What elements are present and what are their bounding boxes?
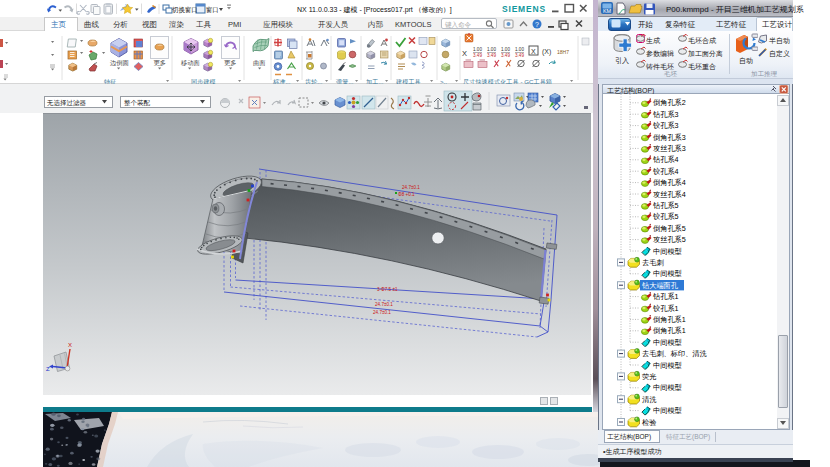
svg-text:铰孔系3: 铰孔系3 [652,121,679,130]
svg-text:1.00: 1.00 [501,47,510,52]
svg-text:1.00: 1.00 [473,47,482,52]
svg-text:移动面: 移动面 [181,59,200,67]
svg-text:中间模型: 中间模型 [653,338,683,347]
svg-text:(X): (X) [542,48,551,56]
svg-text:边倒圆: 边倒圆 [110,59,129,67]
svg-text:倒角孔系5: 倒角孔系5 [653,224,686,233]
svg-text:1.00: 1.00 [487,47,496,52]
svg-text:曲面: 曲面 [253,59,265,67]
svg-text:中间模型: 中间模型 [653,383,683,392]
svg-text:3-Φ7.5 ±1: 3-Φ7.5 ±1 [377,287,398,292]
svg-text:24.7±0.1: 24.7±0.1 [375,302,393,307]
svg-text:攻丝孔系3: 攻丝孔系3 [653,144,686,153]
svg-text:3.49: 3.49 [501,53,510,58]
svg-text:铰孔系5: 铰孔系5 [652,212,679,221]
svg-text:3.49: 3.49 [515,53,524,58]
svg-text:清洗: 清洗 [642,395,657,404]
svg-text:钻大端面孔: 钻大端面孔 [641,281,679,290]
svg-text:钻孔系1: 钻孔系1 [652,292,679,301]
svg-text:中间模型: 中间模型 [653,361,683,370]
svg-text:铰孔系4: 铰孔系4 [652,167,679,176]
svg-text:更多: 更多 [154,59,166,66]
svg-text:检验: 检验 [642,418,656,427]
svg-text:钻孔系3: 钻孔系3 [652,110,679,119]
svg-text:24.7±0.1: 24.7±0.1 [373,310,391,315]
svg-text:倒角孔系2: 倒角孔系2 [653,98,686,107]
svg-text:倒角孔系4: 倒角孔系4 [653,178,686,187]
svg-text:Z: Z [46,366,50,372]
svg-text:?: ? [535,21,539,28]
svg-text:X: X [462,49,467,58]
svg-text:X: X [68,342,72,348]
svg-text:荧光: 荧光 [642,372,656,381]
svg-text:钻孔系5: 钻孔系5 [652,201,679,210]
svg-text:铰孔系1: 铰孔系1 [652,304,679,313]
svg-text:攻丝孔系4: 攻丝孔系4 [653,190,686,199]
svg-text:去毛刺: 去毛刺 [642,258,664,267]
svg-text:更多: 更多 [224,59,236,66]
svg-text:中间模型: 中间模型 [653,247,683,256]
svg-text:倒角孔系3: 倒角孔系3 [653,133,686,142]
svg-text:去毛刺、标印、清洗: 去毛刺、标印、清洗 [642,349,708,358]
svg-text:1.00: 1.00 [515,47,524,52]
svg-text:3.49: 3.49 [473,53,482,58]
svg-text:攻丝孔系5: 攻丝孔系5 [653,235,686,244]
svg-text:Φ8 +0.1: Φ8 +0.1 [398,192,415,197]
svg-text:中间模型: 中间模型 [653,406,683,415]
svg-text:18H7: 18H7 [557,49,569,55]
svg-text:钻孔系4: 钻孔系4 [652,155,679,164]
svg-text:倒角孔系1: 倒角孔系1 [653,315,686,324]
svg-text:X: X [531,48,536,55]
svg-text:KM: KM [603,8,612,14]
svg-text:倒角孔系1: 倒角孔系1 [653,326,686,335]
svg-text:3.49: 3.49 [487,53,496,58]
svg-text:中间模型: 中间模型 [653,269,683,278]
svg-text:24.7±0.1: 24.7±0.1 [402,185,420,190]
